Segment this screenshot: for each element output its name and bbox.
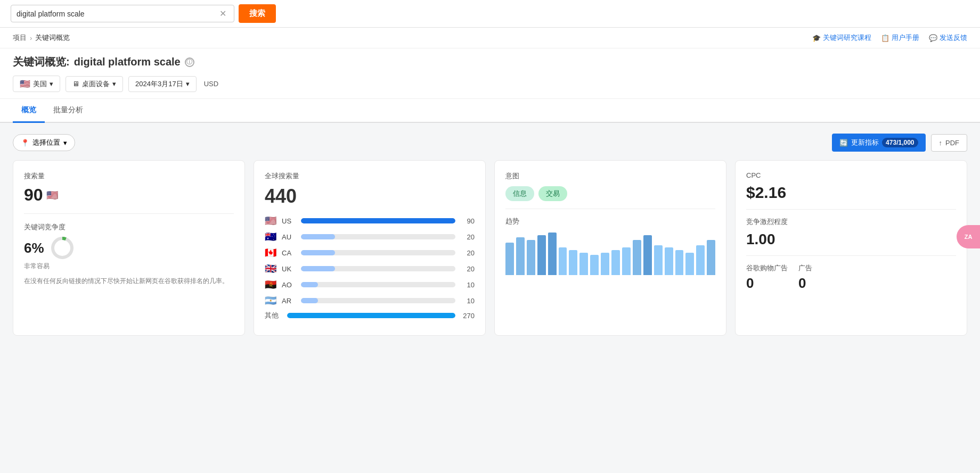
us-flag-small: 🇺🇸 [46, 189, 58, 201]
country-row-ca: 🇨🇦 CA 20 [265, 247, 475, 259]
trend-bar [516, 237, 525, 275]
country-filter[interactable]: 🇺🇸 美国 ▾ [13, 76, 60, 92]
intent-label: 意图 [505, 171, 715, 181]
shopping-ads-item: 谷歌购物广告 0 [746, 263, 788, 292]
ads-value: 0 [798, 275, 812, 292]
cpc-divider [746, 209, 956, 210]
shopping-ads-value: 0 [746, 275, 788, 292]
search-button[interactable]: 搜索 [239, 4, 276, 23]
count-other: 270 [460, 312, 475, 320]
global-search-label: 全球搜索量 [265, 171, 475, 181]
flag-ar: 🇦🇷 [265, 295, 277, 306]
bar-fill-uk [301, 266, 335, 271]
metrics-card: CPC $2.16 竞争激烈程度 1.00 谷歌购物广告 0 广告 0 [735, 160, 967, 336]
shopping-row: 谷歌购物广告 0 广告 0 [746, 263, 956, 292]
trend-bar [633, 240, 641, 275]
currency-label: USD [204, 80, 218, 88]
competition-sublabel: 非常容易 [24, 262, 234, 271]
flag-au: 🇦🇺 [265, 231, 277, 243]
breadcrumb-current: 关键词概览 [35, 33, 70, 43]
country-row-ao: 🇦🇴 AO 10 [265, 279, 475, 291]
device-filter[interactable]: 🖥 桌面设备 ▾ [66, 76, 123, 92]
intent-trend-card: 意图 信息 交易 趋势 [494, 160, 726, 336]
comment-icon: 💬 [929, 34, 937, 42]
info-icon[interactable]: ⓘ [185, 57, 194, 67]
flag-other: 其他 [265, 311, 279, 320]
country-row-au: 🇦🇺 AU 20 [265, 231, 475, 243]
clear-icon[interactable]: ✕ [219, 9, 226, 19]
code-ar: AR [282, 297, 297, 305]
trend-bar [579, 253, 588, 275]
search-volume-label: 搜索量 [24, 171, 234, 181]
vol-divider [24, 213, 234, 214]
page-title: 关键词概览: digital platform scale ⓘ [13, 55, 967, 69]
cpc-label: CPC [746, 171, 956, 179]
trend-bar [675, 250, 684, 275]
user-manual-link[interactable]: 📋 用户手册 [881, 33, 919, 43]
toolbar-row: 📍 选择位置 ▾ 🔄 更新指标 473/1,000 ↑ PDF [13, 134, 967, 152]
trend-bar [696, 245, 705, 275]
bar-bg-us [301, 218, 455, 223]
comp-divider [746, 255, 956, 256]
competition-label: 关键词竞争度 [24, 222, 234, 232]
page-header: 关键词概览: digital platform scale ⓘ 🇺🇸 美国 ▾ … [0, 48, 980, 99]
trend-bar [559, 247, 567, 275]
trend-bar [505, 243, 514, 275]
code-ao: AO [282, 281, 297, 289]
ads-label: 广告 [798, 263, 812, 273]
bar-fill-au [301, 234, 335, 239]
bar-fill-ao [301, 282, 318, 287]
comp-value: 1.00 [746, 231, 956, 248]
chevron-down-icon-4: ▾ [63, 139, 67, 147]
chevron-down-icon: ▾ [50, 80, 53, 88]
trend-bar [569, 250, 577, 275]
trend-bar [643, 235, 652, 275]
competition-description: 在没有任何反向链接的情况下尽快开始让新网页在谷歌获得排名的几率。 [24, 276, 234, 286]
code-ca: CA [282, 249, 297, 257]
breadcrumb-links: 🎓 关键词研究课程 📋 用户手册 💬 发送反馈 [812, 33, 967, 43]
trend-bar [601, 253, 609, 275]
code-au: AU [282, 233, 297, 241]
bar-fill-other [287, 313, 455, 318]
trend-bar [707, 240, 715, 275]
svg-point-0 [53, 238, 72, 258]
trend-bar [622, 247, 631, 275]
feedback-link[interactable]: 💬 发送反馈 [929, 33, 967, 43]
pink-bubble[interactable]: ZA [957, 225, 980, 248]
graduation-cap-icon: 🎓 [812, 34, 821, 42]
pdf-button[interactable]: ↑ PDF [931, 134, 968, 152]
flag-uk: 🇬🇧 [265, 263, 277, 275]
tab-overview[interactable]: 概览 [13, 99, 45, 123]
global-search-card: 全球搜索量 440 🇺🇸 US 90 🇦🇺 AU 20 🇨🇦 CA 20 [254, 160, 486, 336]
cards-grid: 搜索量 90 🇺🇸 关键词竞争度 6% 非常容易 在没有任何反向链接的情况下尽快… [13, 160, 967, 336]
trend-bar [527, 240, 535, 275]
search-volume-value: 90 🇺🇸 [24, 185, 234, 205]
location-button[interactable]: 📍 选择位置 ▾ [13, 134, 75, 151]
trend-bar [654, 245, 663, 275]
trend-bar [590, 255, 599, 275]
flag-ca: 🇨🇦 [265, 247, 277, 259]
flag-ao: 🇦🇴 [265, 279, 277, 291]
title-prefix: 关键词概览: [13, 55, 70, 69]
bar-fill-us [301, 218, 455, 223]
breadcrumb-bar: 项目 › 关键词概览 🎓 关键词研究课程 📋 用户手册 💬 发送反馈 [0, 28, 980, 48]
desktop-icon: 🖥 [72, 80, 79, 88]
book-icon: 📋 [881, 34, 889, 42]
update-metrics-button[interactable]: 🔄 更新指标 473/1,000 [832, 134, 925, 152]
search-input[interactable] [17, 10, 219, 18]
breadcrumb-parent[interactable]: 项目 [13, 33, 27, 43]
flag-us: 🇺🇸 [265, 215, 277, 227]
tab-bulk-analysis[interactable]: 批量分析 [45, 99, 92, 123]
refresh-icon: 🔄 [839, 139, 848, 147]
trend-bar [548, 233, 557, 275]
country-row-ar: 🇦🇷 AR 10 [265, 295, 475, 306]
ads-item: 广告 0 [798, 263, 812, 292]
chip-trade: 交易 [538, 186, 567, 201]
bar-bg-ao [301, 282, 455, 287]
search-input-wrapper: ✕ [11, 5, 234, 22]
filter-row: 🇺🇸 美国 ▾ 🖥 桌面设备 ▾ 2024年3月17日 ▾ USD [13, 76, 967, 98]
shopping-ads-label: 谷歌购物广告 [746, 263, 788, 273]
code-uk: UK [282, 265, 297, 273]
date-filter[interactable]: 2024年3月17日 ▾ [128, 76, 197, 92]
keyword-course-link[interactable]: 🎓 关键词研究课程 [812, 33, 871, 43]
